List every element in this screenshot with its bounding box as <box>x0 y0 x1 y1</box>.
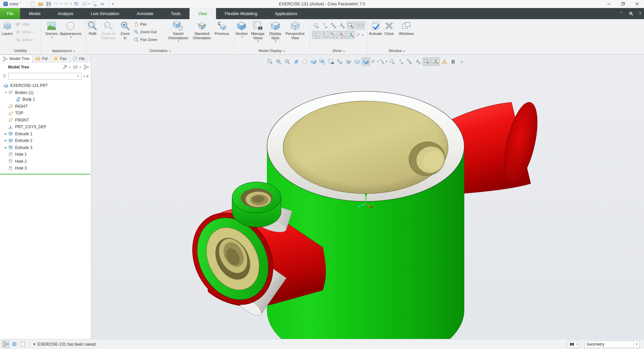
undo-button[interactable] <box>53 1 60 7</box>
command-search-icon[interactable] <box>629 11 634 16</box>
tab-model[interactable]: Model <box>20 8 49 19</box>
tab-analysis[interactable]: Analysis <box>49 8 82 19</box>
tab-live-simulation[interactable]: Live Simulation <box>82 8 128 19</box>
note-display-toggle[interactable] <box>347 21 355 30</box>
restore-button[interactable] <box>616 0 630 8</box>
tab-applications[interactable]: Applications <box>266 8 306 19</box>
new-file-button[interactable] <box>29 1 36 7</box>
insert-indicator[interactable] <box>0 174 90 174</box>
datum-display-filters-button[interactable]: ▾ <box>370 57 379 66</box>
pause-button[interactable] <box>449 57 457 66</box>
pan-button[interactable]: Pan <box>133 21 163 28</box>
tree-filters-button[interactable]: ▾ <box>73 64 81 70</box>
csys-tag-display-toggle[interactable] <box>338 31 346 39</box>
group-label-model-display[interactable]: Model Display ▾ <box>234 49 309 54</box>
tab-flexible-modeling[interactable]: Flexible Modeling <box>216 8 266 19</box>
red-side-cylinder-right[interactable] <box>452 99 544 194</box>
toggle-navigator-button[interactable] <box>2 341 9 348</box>
tree-item-bodies[interactable]: ▼Bodies (1) <box>0 89 91 96</box>
tree-item-extrude1[interactable]: ▶Extrude 1 <box>0 131 91 138</box>
perspective-button[interactable] <box>353 57 361 66</box>
expand-icon[interactable]: ▶ <box>3 139 8 142</box>
redo-button[interactable] <box>63 1 70 7</box>
group-label-window[interactable]: Window ▾ <box>368 49 426 54</box>
csys-display-toggle[interactable] <box>338 21 346 30</box>
tree-item-front-plane[interactable]: FRONT <box>0 117 91 124</box>
section-button[interactable]: Section▾ <box>234 20 249 49</box>
open-file-button[interactable] <box>37 1 44 7</box>
display-style-button[interactable] <box>309 57 318 66</box>
activate-button[interactable]: Activate <box>368 20 383 49</box>
save-button[interactable] <box>45 1 52 7</box>
tree-item-body1[interactable]: Body 1 <box>0 96 91 103</box>
annotation-filters-button[interactable]: ▾ <box>379 57 387 66</box>
note-display-toggle[interactable] <box>423 57 431 66</box>
resume-button[interactable] <box>458 57 466 66</box>
spin-center-display-toggle[interactable] <box>347 31 355 39</box>
pan-zoom-button[interactable]: Pan Zoom <box>133 36 163 43</box>
tab-view[interactable]: View <box>190 8 216 19</box>
add-filter-icon[interactable]: + <box>86 73 89 79</box>
group-label-appearance[interactable]: Appearance ▾ <box>41 49 86 54</box>
tab-history[interactable]: His <box>70 55 88 62</box>
window-switch-button[interactable] <box>81 1 88 7</box>
undo-dropdown-arrow-icon[interactable]: ▾ <box>61 3 62 5</box>
scenes-button[interactable]: Scenes▾ <box>44 20 59 49</box>
tree-show-button[interactable] <box>84 64 89 70</box>
tab-file[interactable]: File <box>0 8 20 19</box>
axis-display-toggle[interactable] <box>396 57 405 66</box>
tree-settings-button[interactable]: ▾ <box>62 64 70 70</box>
clear-search-icon[interactable]: ✕ <box>75 74 81 79</box>
tree-item-csys[interactable]: PRT_CSYS_DEF <box>0 123 91 131</box>
search-tool-button[interactable]: ▾ <box>568 341 580 348</box>
view-manager-button[interactable] <box>327 57 335 66</box>
minimize-button[interactable] <box>602 0 616 8</box>
selection-filter-arrow[interactable]: ▼ <box>633 341 640 348</box>
saved-orientations-button[interactable] <box>318 57 326 66</box>
zoom-in-button[interactable] <box>274 57 283 66</box>
tree-item-extrude3[interactable]: ▶Extrude 3 <box>0 144 91 151</box>
point-tag-display-toggle[interactable] <box>329 31 337 39</box>
spin-center-toggle[interactable] <box>431 57 440 66</box>
close-button[interactable] <box>630 0 644 8</box>
perspective-view-button[interactable]: Perspective View <box>284 20 307 49</box>
customize-toolbar-arrow-icon[interactable]: ▾ <box>112 2 114 6</box>
layers-button[interactable]: Layers <box>1 20 14 49</box>
selection-filter-combo[interactable]: Geometry ▼ <box>584 341 640 348</box>
tab-model-tree[interactable]: Model Tree <box>0 55 33 62</box>
tree-item-hole1[interactable]: Hole 1 <box>0 151 91 158</box>
tree-item-right-plane[interactable]: RIGHT <box>0 103 91 110</box>
tab-tools[interactable]: Tools <box>162 8 190 19</box>
collapse-ribbon-icon[interactable]: ⌃ <box>620 11 623 16</box>
section-button[interactable] <box>362 57 370 66</box>
graphics-area[interactable]: ▾ ▾ <box>91 55 644 339</box>
close-window-button[interactable]: Close <box>383 20 395 49</box>
tree-item-hole2[interactable]: Hole 2 <box>0 158 91 165</box>
saved-orientations-button[interactable]: Saved Orientations▾ <box>166 20 190 49</box>
open-in-window-button[interactable] <box>91 1 98 7</box>
simulation-advisor-button[interactable] <box>440 57 448 66</box>
expand-icon[interactable]: ▶ <box>3 146 8 149</box>
plane-display-toggle[interactable] <box>388 57 396 66</box>
regenerate-button[interactable] <box>73 1 80 7</box>
close-window-button[interactable] <box>99 1 106 7</box>
zoom-in-button[interactable]: Zoom In <box>118 20 132 49</box>
show-button[interactable]: Show▾ <box>15 29 36 35</box>
refit-button[interactable]: Refit <box>87 20 99 49</box>
tab-annotate[interactable]: Annotate <box>128 8 162 19</box>
model-tree-search-input[interactable] <box>9 73 75 79</box>
zoom-out-button[interactable]: Zoom Out <box>133 29 163 35</box>
windows-button[interactable]: Windows <box>398 20 415 49</box>
tree-item-extrude2[interactable]: ▶Extrude 2 <box>0 137 91 144</box>
expand-icon[interactable]: ▶ <box>3 133 8 135</box>
tree-item-part[interactable]: EXERCISE-131.PRT <box>0 82 91 89</box>
repaint-button[interactable] <box>292 57 300 66</box>
help-icon[interactable]: ? <box>639 11 641 16</box>
redo-dropdown-arrow-icon[interactable]: ▾ <box>70 3 72 5</box>
zoom-to-selected-button[interactable]: Zoom to Selected <box>99 20 118 49</box>
datum-display-filters-button[interactable]: ▾ <box>356 31 364 39</box>
group-label-show[interactable]: Show ▾ <box>310 49 367 54</box>
axis-display-toggle[interactable] <box>321 21 329 30</box>
display-style-button[interactable]: Display Style▾ <box>267 20 284 49</box>
axis-tag-display-toggle[interactable] <box>321 31 329 39</box>
